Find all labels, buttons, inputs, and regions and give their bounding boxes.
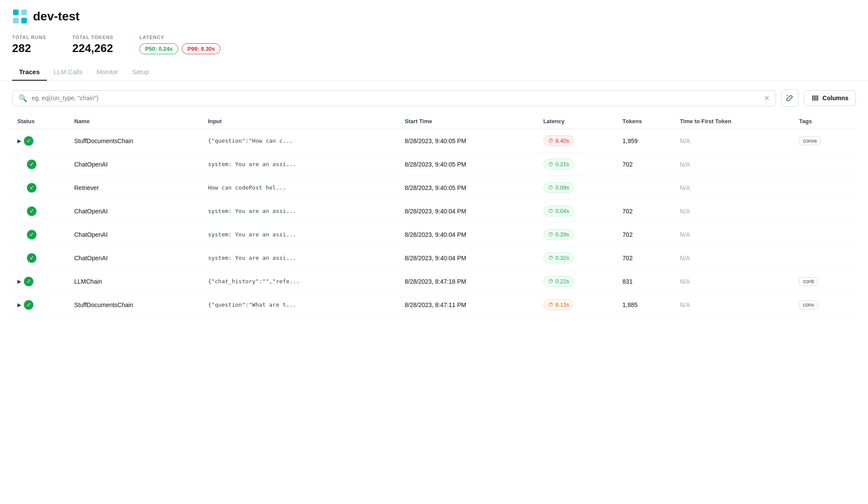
table-header: Status Name Input Start Time Latency Tok… bbox=[12, 114, 856, 129]
name-cell: StuffDocumentsChain bbox=[69, 293, 203, 317]
columns-button[interactable]: Columns bbox=[804, 90, 856, 106]
table-container: Status Name Input Start Time Latency Tok… bbox=[0, 114, 868, 317]
input-cell: How can codePost hel... bbox=[203, 176, 399, 200]
table-row[interactable]: ▶✓StuffDocumentsChain{"question":"How ca… bbox=[12, 129, 856, 153]
status-cell: ▶✓ bbox=[12, 293, 69, 317]
tokens-cell: 1,959 bbox=[617, 129, 674, 153]
input-cell: {"question":"What are t... bbox=[203, 293, 399, 317]
tokens-cell bbox=[617, 176, 674, 200]
ttft-cell: N/A bbox=[674, 223, 794, 246]
col-name: Name bbox=[69, 114, 203, 129]
app-icon bbox=[12, 9, 28, 24]
tags-cell bbox=[794, 153, 856, 176]
col-ttft: Time to First Token bbox=[674, 114, 794, 129]
input-cell: system: You are an assi... bbox=[203, 223, 399, 246]
tags-cell bbox=[794, 200, 856, 223]
expand-arrow[interactable]: ▶ bbox=[17, 302, 21, 308]
table-body: ▶✓StuffDocumentsChain{"question":"How ca… bbox=[12, 129, 856, 317]
tokens-cell: 702 bbox=[617, 246, 674, 270]
tab-traces[interactable]: Traces bbox=[12, 64, 47, 81]
status-cell: ▶✓ bbox=[12, 129, 69, 153]
p99-badge: P99: 8.30s bbox=[182, 43, 221, 54]
start-time-cell: 8/28/2023, 8:47:18 PM bbox=[400, 270, 538, 293]
latency-badge: ⏱ 0.21s bbox=[543, 159, 574, 170]
latency-cell: ⏱ 0.04s bbox=[538, 200, 618, 223]
table-row[interactable]: ✓ChatOpenAIsystem: You are an assi...8/2… bbox=[12, 200, 856, 223]
col-start-time: Start Time bbox=[400, 114, 538, 129]
latency-badge: ⏱ 0.22s bbox=[543, 276, 574, 287]
header: dev-test bbox=[0, 0, 868, 31]
latency-cell: ⏱ 8.40s bbox=[538, 129, 618, 153]
latency-cell: ⏱ 0.21s bbox=[538, 153, 618, 176]
start-time-cell: 8/28/2023, 9:40:05 PM bbox=[400, 129, 538, 153]
latency-cell: ⏱ 0.09s bbox=[538, 176, 618, 200]
tags-cell: conv bbox=[794, 293, 856, 317]
table-row[interactable]: ▶✓StuffDocumentsChain{"question":"What a… bbox=[12, 293, 856, 317]
latency-cell: ⏱ 0.22s bbox=[538, 270, 618, 293]
name-cell: LLMChain bbox=[69, 270, 203, 293]
latency-badge: ⏱ 6.13s bbox=[543, 299, 574, 310]
latency-badge: ⏱ 8.40s bbox=[543, 135, 574, 146]
expand-arrow[interactable]: ▶ bbox=[17, 138, 21, 144]
tab-monitor[interactable]: Monitor bbox=[89, 64, 125, 81]
tag-badge: conve bbox=[799, 137, 821, 145]
start-time-cell: 8/28/2023, 9:40:05 PM bbox=[400, 176, 538, 200]
tabs: Traces LLM Calls Monitor Setup bbox=[0, 64, 868, 81]
latency-badges: P50: 0.24s P99: 8.30s bbox=[139, 43, 220, 54]
expand-arrow[interactable]: ▶ bbox=[17, 278, 21, 285]
status-icon: ✓ bbox=[24, 136, 33, 146]
clock-icon: ⏱ bbox=[548, 185, 553, 191]
table-row[interactable]: ✓ChatOpenAIsystem: You are an assi...8/2… bbox=[12, 153, 856, 176]
svg-rect-1 bbox=[21, 10, 27, 15]
traces-table: Status Name Input Start Time Latency Tok… bbox=[12, 114, 856, 317]
input-cell: system: You are an assi... bbox=[203, 246, 399, 270]
total-tokens-stat: TOTAL TOKENS 224,262 bbox=[72, 35, 113, 55]
tokens-cell: 831 bbox=[617, 270, 674, 293]
search-input[interactable] bbox=[32, 95, 760, 101]
status-icon: ✓ bbox=[27, 160, 36, 169]
ttft-cell: N/A bbox=[674, 293, 794, 317]
tab-setup[interactable]: Setup bbox=[125, 64, 156, 81]
col-input: Input bbox=[203, 114, 399, 129]
wand-icon bbox=[786, 94, 794, 102]
tags-cell: conti bbox=[794, 270, 856, 293]
svg-line-4 bbox=[787, 95, 788, 96]
name-cell: ChatOpenAI bbox=[69, 200, 203, 223]
start-time-cell: 8/28/2023, 9:40:04 PM bbox=[400, 246, 538, 270]
tab-llm-calls[interactable]: LLM Calls bbox=[47, 64, 90, 81]
status-cell: ✓ bbox=[12, 223, 69, 246]
input-cell: system: You are an assi... bbox=[203, 200, 399, 223]
total-runs-value: 282 bbox=[12, 42, 46, 55]
latency-badge: ⏱ 0.04s bbox=[543, 206, 574, 216]
start-time-cell: 8/28/2023, 9:40:04 PM bbox=[400, 200, 538, 223]
clock-icon: ⏱ bbox=[548, 161, 553, 167]
clock-icon: ⏱ bbox=[548, 138, 553, 144]
status-icon: ✓ bbox=[24, 277, 33, 286]
table-row[interactable]: ▶✓LLMChain{"chat_history":"","refe...8/2… bbox=[12, 270, 856, 293]
clock-icon: ⏱ bbox=[548, 232, 553, 238]
input-cell: system: You are an assi... bbox=[203, 153, 399, 176]
search-icon: 🔍 bbox=[19, 94, 27, 102]
table-row[interactable]: ✓ChatOpenAIsystem: You are an assi...8/2… bbox=[12, 223, 856, 246]
status-icon: ✓ bbox=[27, 230, 36, 239]
ttft-cell: N/A bbox=[674, 246, 794, 270]
tags-cell: conve bbox=[794, 129, 856, 153]
table-row[interactable]: ✓ChatOpenAIsystem: You are an assi...8/2… bbox=[12, 246, 856, 270]
magic-wand-button[interactable] bbox=[781, 89, 799, 107]
clear-icon[interactable]: ✕ bbox=[764, 94, 769, 102]
latency-stat: LATENCY P50: 0.24s P99: 8.30s bbox=[139, 35, 220, 54]
start-time-cell: 8/28/2023, 8:47:11 PM bbox=[400, 293, 538, 317]
status-cell: ✓ bbox=[12, 246, 69, 270]
start-time-cell: 8/28/2023, 9:40:05 PM bbox=[400, 153, 538, 176]
table-row[interactable]: ✓RetrieverHow can codePost hel...8/28/20… bbox=[12, 176, 856, 200]
ttft-cell: N/A bbox=[674, 176, 794, 200]
search-box[interactable]: 🔍 ✕ bbox=[12, 90, 776, 106]
ttft-cell: N/A bbox=[674, 270, 794, 293]
ttft-cell: N/A bbox=[674, 200, 794, 223]
tokens-cell: 702 bbox=[617, 200, 674, 223]
latency-cell: ⏱ 0.29s bbox=[538, 223, 618, 246]
ttft-cell: N/A bbox=[674, 129, 794, 153]
total-runs-label: TOTAL RUNS bbox=[12, 35, 46, 40]
clock-icon: ⏱ bbox=[548, 302, 553, 308]
tags-cell bbox=[794, 176, 856, 200]
